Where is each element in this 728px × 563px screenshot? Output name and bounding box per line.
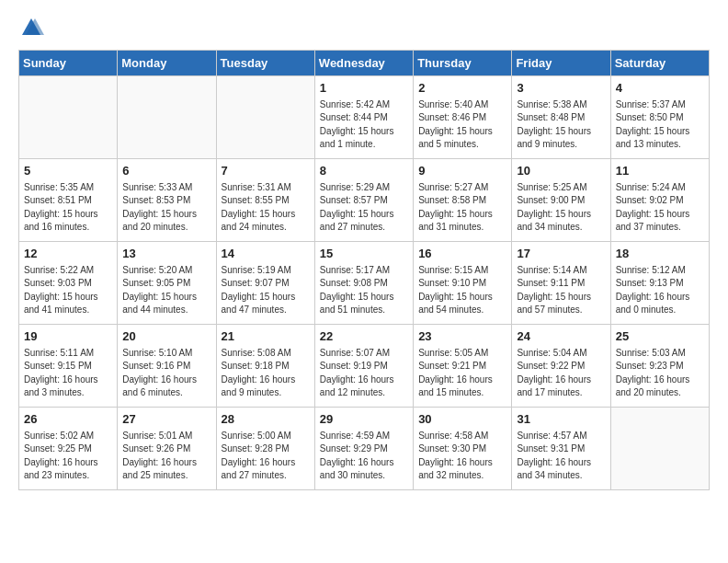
day-number: 16 [418, 246, 506, 263]
calendar-cell: 18Sunrise: 5:12 AM Sunset: 9:13 PM Dayli… [610, 242, 709, 325]
day-info: Sunrise: 5:31 AM Sunset: 8:55 PM Dayligh… [222, 181, 310, 235]
day-number: 23 [418, 328, 506, 346]
calendar-cell [19, 76, 118, 159]
day-info: Sunrise: 5:11 AM Sunset: 9:15 PM Dayligh… [24, 347, 112, 400]
calendar-cell: 1Sunrise: 5:42 AM Sunset: 8:44 PM Daylig… [314, 76, 413, 159]
day-info: Sunrise: 5:00 AM Sunset: 9:28 PM Dayligh… [222, 430, 310, 483]
calendar-cell: 25Sunrise: 5:03 AM Sunset: 9:23 PM Dayli… [610, 325, 709, 408]
day-info: Sunrise: 5:33 AM Sunset: 8:53 PM Dayligh… [122, 181, 210, 235]
day-info: Sunrise: 5:38 AM Sunset: 8:48 PM Dayligh… [517, 98, 605, 152]
calendar-cell: 31Sunrise: 4:57 AM Sunset: 9:31 PM Dayli… [512, 408, 610, 490]
calendar-cell: 2Sunrise: 5:40 AM Sunset: 8:46 PM Daylig… [414, 76, 512, 159]
day-info: Sunrise: 5:10 AM Sunset: 9:16 PM Dayligh… [122, 347, 210, 400]
day-number: 22 [320, 328, 408, 346]
calendar-cell: 17Sunrise: 5:14 AM Sunset: 9:11 PM Dayli… [512, 242, 610, 325]
day-number: 6 [122, 163, 210, 180]
calendar-cell: 23Sunrise: 5:05 AM Sunset: 9:21 PM Dayli… [414, 325, 512, 408]
day-number: 19 [24, 328, 112, 346]
day-info: Sunrise: 5:08 AM Sunset: 9:18 PM Dayligh… [222, 347, 310, 400]
page: SundayMondayTuesdayWednesdayThursdayFrid… [0, 0, 728, 505]
header [18, 15, 710, 40]
calendar-cell: 5Sunrise: 5:35 AM Sunset: 8:51 PM Daylig… [19, 159, 118, 242]
week-row-5: 26Sunrise: 5:02 AM Sunset: 9:25 PM Dayli… [19, 408, 710, 490]
calendar-cell: 10Sunrise: 5:25 AM Sunset: 9:00 PM Dayli… [512, 159, 610, 242]
day-info: Sunrise: 5:19 AM Sunset: 9:07 PM Dayligh… [222, 264, 310, 317]
day-number: 18 [616, 246, 704, 263]
calendar-cell: 28Sunrise: 5:00 AM Sunset: 9:28 PM Dayli… [216, 408, 314, 490]
day-info: Sunrise: 5:22 AM Sunset: 9:03 PM Dayligh… [24, 264, 112, 317]
calendar-cell: 24Sunrise: 5:04 AM Sunset: 9:22 PM Dayli… [512, 325, 610, 408]
week-row-3: 12Sunrise: 5:22 AM Sunset: 9:03 PM Dayli… [19, 242, 710, 325]
day-number: 27 [122, 411, 210, 429]
calendar-cell: 4Sunrise: 5:37 AM Sunset: 8:50 PM Daylig… [610, 76, 709, 159]
day-info: Sunrise: 5:04 AM Sunset: 9:22 PM Dayligh… [517, 347, 605, 400]
logo-icon [18, 15, 44, 40]
day-info: Sunrise: 5:15 AM Sunset: 9:10 PM Dayligh… [418, 264, 506, 317]
day-number: 20 [122, 328, 210, 346]
calendar-cell: 7Sunrise: 5:31 AM Sunset: 8:55 PM Daylig… [216, 159, 314, 242]
day-number: 26 [24, 411, 112, 429]
column-header-monday: Monday [118, 51, 216, 76]
day-number: 13 [122, 246, 210, 263]
day-info: Sunrise: 4:57 AM Sunset: 9:31 PM Dayligh… [517, 430, 605, 483]
day-number: 31 [517, 411, 605, 429]
header-row: SundayMondayTuesdayWednesdayThursdayFrid… [19, 51, 710, 76]
calendar-cell: 22Sunrise: 5:07 AM Sunset: 9:19 PM Dayli… [314, 325, 413, 408]
calendar-cell: 19Sunrise: 5:11 AM Sunset: 9:15 PM Dayli… [19, 325, 118, 408]
week-row-2: 5Sunrise: 5:35 AM Sunset: 8:51 PM Daylig… [19, 159, 710, 242]
day-number: 5 [24, 163, 112, 180]
day-number: 8 [320, 163, 408, 180]
day-number: 15 [320, 246, 408, 263]
calendar-cell: 27Sunrise: 5:01 AM Sunset: 9:26 PM Dayli… [118, 408, 216, 490]
day-number: 28 [222, 411, 310, 429]
column-header-friday: Friday [512, 51, 610, 76]
calendar-cell: 12Sunrise: 5:22 AM Sunset: 9:03 PM Dayli… [19, 242, 118, 325]
day-number: 29 [320, 411, 408, 429]
column-header-wednesday: Wednesday [314, 51, 413, 76]
calendar-cell: 8Sunrise: 5:29 AM Sunset: 8:57 PM Daylig… [314, 159, 413, 242]
column-header-tuesday: Tuesday [216, 51, 314, 76]
day-info: Sunrise: 5:14 AM Sunset: 9:11 PM Dayligh… [517, 264, 605, 317]
calendar-cell [118, 76, 216, 159]
day-number: 2 [418, 80, 506, 98]
day-number: 12 [24, 246, 112, 263]
calendar-cell: 14Sunrise: 5:19 AM Sunset: 9:07 PM Dayli… [216, 242, 314, 325]
calendar-cell: 3Sunrise: 5:38 AM Sunset: 8:48 PM Daylig… [512, 76, 610, 159]
day-info: Sunrise: 5:20 AM Sunset: 9:05 PM Dayligh… [122, 264, 210, 317]
day-info: Sunrise: 5:17 AM Sunset: 9:08 PM Dayligh… [320, 264, 408, 317]
day-info: Sunrise: 4:59 AM Sunset: 9:29 PM Dayligh… [320, 430, 408, 483]
day-info: Sunrise: 5:01 AM Sunset: 9:26 PM Dayligh… [122, 430, 210, 483]
calendar-cell: 11Sunrise: 5:24 AM Sunset: 9:02 PM Dayli… [610, 159, 709, 242]
day-number: 7 [222, 163, 310, 180]
day-info: Sunrise: 5:27 AM Sunset: 8:58 PM Dayligh… [418, 181, 506, 235]
calendar-cell: 15Sunrise: 5:17 AM Sunset: 9:08 PM Dayli… [314, 242, 413, 325]
calendar-cell: 16Sunrise: 5:15 AM Sunset: 9:10 PM Dayli… [414, 242, 512, 325]
calendar-cell: 29Sunrise: 4:59 AM Sunset: 9:29 PM Dayli… [314, 408, 413, 490]
calendar-cell: 20Sunrise: 5:10 AM Sunset: 9:16 PM Dayli… [118, 325, 216, 408]
day-number: 10 [517, 163, 605, 180]
day-info: Sunrise: 5:37 AM Sunset: 8:50 PM Dayligh… [616, 98, 704, 152]
day-info: Sunrise: 5:29 AM Sunset: 8:57 PM Dayligh… [320, 181, 408, 235]
calendar-cell: 30Sunrise: 4:58 AM Sunset: 9:30 PM Dayli… [414, 408, 512, 490]
column-header-saturday: Saturday [610, 51, 709, 76]
day-number: 14 [222, 246, 310, 263]
calendar-cell: 13Sunrise: 5:20 AM Sunset: 9:05 PM Dayli… [118, 242, 216, 325]
day-info: Sunrise: 5:12 AM Sunset: 9:13 PM Dayligh… [616, 264, 704, 317]
day-number: 30 [418, 411, 506, 429]
day-info: Sunrise: 5:03 AM Sunset: 9:23 PM Dayligh… [616, 347, 704, 400]
day-info: Sunrise: 5:24 AM Sunset: 9:02 PM Dayligh… [616, 181, 704, 235]
day-number: 1 [320, 80, 408, 98]
calendar-cell: 26Sunrise: 5:02 AM Sunset: 9:25 PM Dayli… [19, 408, 118, 490]
day-info: Sunrise: 5:40 AM Sunset: 8:46 PM Dayligh… [418, 98, 506, 152]
calendar-cell [610, 408, 709, 490]
day-info: Sunrise: 5:02 AM Sunset: 9:25 PM Dayligh… [24, 430, 112, 483]
day-info: Sunrise: 5:35 AM Sunset: 8:51 PM Dayligh… [24, 181, 112, 235]
day-number: 25 [616, 328, 704, 346]
day-number: 3 [517, 80, 605, 98]
day-number: 24 [517, 328, 605, 346]
week-row-4: 19Sunrise: 5:11 AM Sunset: 9:15 PM Dayli… [19, 325, 710, 408]
calendar-cell [216, 76, 314, 159]
week-row-1: 1Sunrise: 5:42 AM Sunset: 8:44 PM Daylig… [19, 76, 710, 159]
day-info: Sunrise: 5:07 AM Sunset: 9:19 PM Dayligh… [320, 347, 408, 400]
day-number: 17 [517, 246, 605, 263]
